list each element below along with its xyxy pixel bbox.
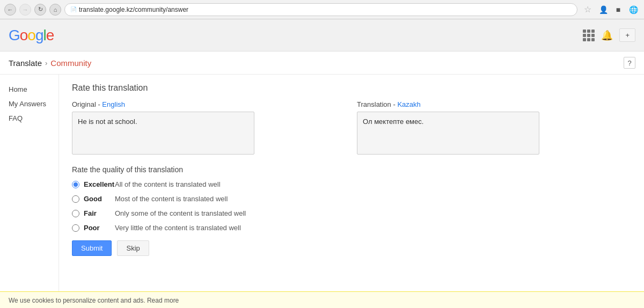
translation-lang: Kazakh xyxy=(397,100,420,108)
header-right: 🔔 + xyxy=(583,28,635,42)
radio-desc-excellent: All of the content is translated well xyxy=(115,180,221,188)
apps-icon[interactable] xyxy=(583,30,595,41)
radio-desc-poor: Very little of the content is translated… xyxy=(115,224,241,232)
original-lang: English xyxy=(102,100,125,108)
sidebar-item-my-answers[interactable]: My Answers xyxy=(9,98,50,110)
submit-button[interactable]: Submit xyxy=(72,240,112,256)
radio-excellent[interactable] xyxy=(72,181,79,188)
back-button[interactable]: ← xyxy=(4,4,16,16)
lock-icon: 📄 xyxy=(70,6,77,12)
radio-label-excellent: Excellent xyxy=(84,180,111,188)
browser-chrome: ← → ↻ ⌂ 📄 translate.google.kz/community/… xyxy=(0,0,644,19)
home-button[interactable]: ⌂ xyxy=(49,4,61,16)
browser-toolbar-icons: 👤 ■ 🌐 xyxy=(597,3,640,16)
yellow-banner: We use cookies to personalize content an… xyxy=(0,291,644,308)
original-label: Original - English xyxy=(72,100,346,108)
radio-item-poor: Poor Very little of the content is trans… xyxy=(72,224,631,232)
radio-item-good: Good Most of the content is translated w… xyxy=(72,195,631,203)
radio-fair[interactable] xyxy=(72,210,79,217)
radio-good[interactable] xyxy=(72,195,79,203)
radio-item-fair: Fair Only some of the content is transla… xyxy=(72,209,631,217)
breadcrumb: Translate › Community xyxy=(9,58,91,68)
skip-button[interactable]: Skip xyxy=(117,240,149,256)
radio-desc-fair: Only some of the content is translated w… xyxy=(115,209,246,217)
bookmark-icon[interactable]: ☆ xyxy=(584,4,591,14)
google-logo: Google xyxy=(9,27,54,44)
original-text-box: He is not at school. xyxy=(72,112,254,155)
forward-button[interactable]: → xyxy=(19,4,31,16)
radio-desc-good: Most of the content is translated well xyxy=(115,195,228,203)
url-text: translate.google.kz/community/answer xyxy=(79,6,188,13)
radio-label-good: Good xyxy=(84,195,111,203)
plus-button[interactable]: + xyxy=(619,28,635,42)
translation-column: Translation - Kazakh Ол мектепте емес. xyxy=(357,100,631,155)
help-button[interactable]: ? xyxy=(624,57,635,69)
sidebar: Home My Answers FAQ xyxy=(0,75,59,291)
sidebar-item-home[interactable]: Home xyxy=(9,83,50,96)
radio-label-poor: Poor xyxy=(84,224,111,232)
google-header: Google 🔔 + xyxy=(0,19,644,52)
radio-poor[interactable] xyxy=(72,224,79,232)
address-bar[interactable]: 📄 translate.google.kz/community/answer xyxy=(64,3,577,16)
main-layout: Home My Answers FAQ Rate this translatio… xyxy=(0,75,644,291)
sidebar-item-faq[interactable]: FAQ xyxy=(9,112,50,124)
translation-label: Translation - Kazakh xyxy=(357,100,631,108)
rate-title: Rate this translation xyxy=(72,83,631,93)
breadcrumb-bar: Translate › Community ? xyxy=(0,52,644,75)
extension-icon[interactable]: ■ xyxy=(612,3,625,16)
rate-quality-title: Rate the quality of this translation xyxy=(72,165,631,174)
translate-link[interactable]: Translate xyxy=(9,58,42,68)
content-area: Rate this translation Original - English… xyxy=(59,75,644,291)
translation-columns: Original - English He is not at school. … xyxy=(72,100,631,155)
reload-button[interactable]: ↻ xyxy=(34,4,46,16)
notifications-icon[interactable]: 🔔 xyxy=(601,30,613,41)
radio-label-fair: Fair xyxy=(84,209,111,217)
breadcrumb-separator: › xyxy=(45,59,47,67)
translation-text-box: Ол мектепте емес. xyxy=(357,112,539,155)
globe-icon[interactable]: 🌐 xyxy=(627,3,640,16)
action-buttons: Submit Skip xyxy=(72,240,631,256)
radio-item-excellent: Excellent All of the content is translat… xyxy=(72,180,631,188)
community-link[interactable]: Community xyxy=(50,58,91,68)
rating-radio-group: Excellent All of the content is translat… xyxy=(72,180,631,232)
original-column: Original - English He is not at school. xyxy=(72,100,346,155)
user-icon[interactable]: 👤 xyxy=(597,3,610,16)
